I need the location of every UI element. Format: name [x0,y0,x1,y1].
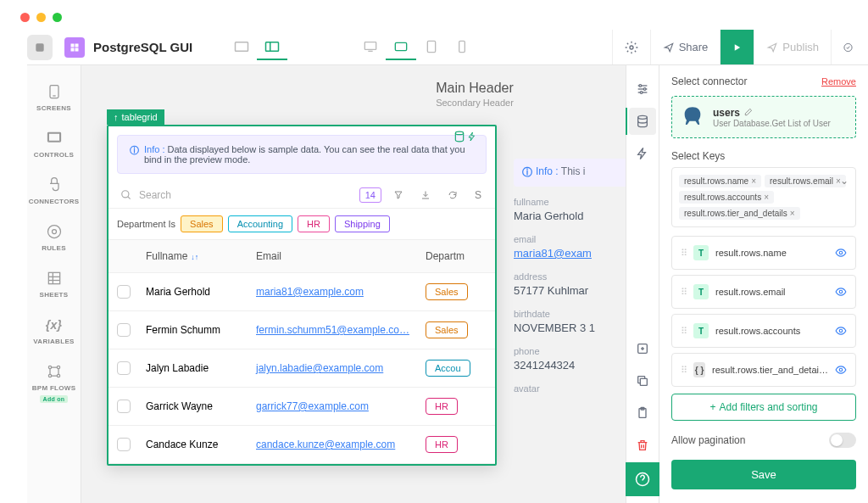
drag-handle-icon[interactable]: ⠿ [681,287,687,298]
clipboard-icon[interactable] [629,400,656,427]
svg-point-19 [52,230,56,234]
count-box: 14 [359,187,381,203]
field-item[interactable]: ⠿ T result.rows.email [671,275,856,309]
cell-email[interactable]: fermin.schumm51@example.co… [256,324,409,336]
chevron-down-icon[interactable]: ⌄ [840,175,849,187]
key-tag[interactable]: result.rows.tier_and_details × [679,207,800,220]
svg-rect-12 [459,41,465,52]
s-button[interactable]: S [470,186,487,204]
rail-controls[interactable]: CONTROLS [27,120,81,167]
field-item[interactable]: ⠿ T result.rows.accounts [671,314,856,348]
col-email[interactable]: Email [249,240,419,272]
eye-icon[interactable] [835,286,847,298]
settings-button[interactable] [612,30,650,64]
arrow-up-icon: ↑ [114,112,119,122]
col-fullname[interactable]: Fullname↓↑ [139,240,249,272]
edit-icon[interactable] [743,108,753,117]
remove-key-icon[interactable]: × [751,176,756,186]
drag-handle-icon[interactable]: ⠿ [681,365,687,376]
cell-email[interactable]: garrick77@example.com [256,400,369,412]
rail-screens[interactable]: SCREENS [27,74,81,120]
drag-handle-icon[interactable]: ⠿ [681,326,687,337]
brand-logo[interactable] [27,35,53,60]
publish-button[interactable]: Publish [754,30,831,64]
database-icon[interactable] [629,108,656,135]
row-checkbox[interactable] [117,361,131,375]
add-icon[interactable] [629,335,656,362]
key-tag[interactable]: result.rows.email × [765,175,846,187]
rail-bpm[interactable]: BPM FLOWS Add on [27,354,81,411]
postgresql-icon [681,105,704,129]
tablegrid-control[interactable]: ↑ tablegrid ⓘ Info : Data displayed belo… [107,125,497,466]
help-icon[interactable] [626,462,659,496]
download-icon[interactable] [415,187,436,204]
keys-selector[interactable]: ⌄ result.rows.name ×result.rows.email ×r… [671,167,856,227]
cell-email[interactable]: maria81@example.com [256,286,364,298]
tablet-landscape-icon[interactable] [386,35,416,60]
chip-sales[interactable]: Sales [181,215,223,232]
table-row[interactable]: Maria Gerhold maria81@example.com Sales [108,273,495,311]
row-checkbox[interactable] [117,438,131,451]
filter-icon[interactable] [388,187,409,204]
dept-tag: HR [426,436,458,453]
chip-accounting[interactable]: Accounting [228,215,292,232]
table-row[interactable]: Jalyn Labadie jalyn.labadie@example.com … [108,349,495,388]
eye-icon[interactable] [835,247,847,259]
search-input[interactable]: Search [117,186,353,204]
svg-rect-17 [47,132,60,142]
close-dot[interactable] [20,13,30,22]
sliders-icon[interactable] [629,75,656,103]
copy-icon[interactable] [629,367,656,394]
cell-email[interactable]: jalyn.labadie@example.com [256,362,383,374]
chip-shipping[interactable]: Shipping [335,215,390,232]
svg-point-46 [839,251,843,254]
svg-point-26 [57,366,59,368]
svg-point-20 [47,226,60,238]
cell-name: Maria Gerhold [139,276,249,308]
mobile-icon[interactable] [447,35,477,60]
field-name: result.rows.tier_and_detai… [712,365,828,375]
bolt-icon[interactable] [629,140,656,167]
play-button[interactable] [720,30,754,64]
minimize-dot[interactable] [36,13,46,22]
maximize-dot[interactable] [53,13,62,22]
table-row[interactable]: Fermin Schumm fermin.schumm51@example.co… [108,311,495,349]
svg-line-31 [128,197,131,199]
connector-box[interactable]: users User Database.Get List of User [671,96,856,138]
pagination-toggle[interactable] [829,433,856,448]
row-checkbox[interactable] [117,323,131,337]
table-row[interactable]: Candace Kunze candace.kunze@example.com … [108,426,495,464]
property-icon-rail [626,65,659,503]
share-button[interactable]: Share [650,30,721,64]
save-button[interactable]: Save [671,460,856,489]
remove-key-icon[interactable]: × [790,209,795,218]
desktop-icon[interactable] [355,35,386,60]
eye-icon[interactable] [835,364,847,376]
col-department[interactable]: Departm [419,240,495,272]
key-tag[interactable]: result.rows.name × [679,175,761,187]
delete-icon[interactable] [629,432,656,459]
row-checkbox[interactable] [117,400,131,413]
layout-split-icon[interactable] [257,35,287,60]
rail-rules[interactable]: RULES [27,214,81,260]
layout-single-icon[interactable] [226,35,257,60]
add-filters-button[interactable]: + Add filters and sorting [671,394,856,421]
table-row[interactable]: Garrick Wayne garrick77@example.com HR [108,388,495,426]
row-checkbox[interactable] [117,285,131,299]
rail-connectors[interactable]: CONNECTORS [27,167,81,214]
cell-email[interactable]: candace.kunze@example.com [256,439,395,450]
remove-key-icon[interactable]: × [764,193,769,202]
field-item[interactable]: ⠿ { } result.rows.tier_and_detai… [671,353,856,387]
rail-variables[interactable]: {x} VARIABLES [27,307,81,354]
remove-link[interactable]: Remove [821,76,856,87]
refresh-icon[interactable] [442,187,463,204]
eye-icon[interactable] [835,325,847,337]
check-button[interactable] [831,30,865,64]
rail-sheets[interactable]: SHEETS [27,260,81,307]
select-connector-label: Select connector [671,75,747,87]
drag-handle-icon[interactable]: ⠿ [681,248,687,259]
key-tag[interactable]: result.rows.accounts × [679,191,774,204]
chip-hr[interactable]: HR [298,215,330,232]
field-item[interactable]: ⠿ T result.rows.name [671,236,856,270]
tablet-portrait-icon[interactable] [416,35,447,60]
